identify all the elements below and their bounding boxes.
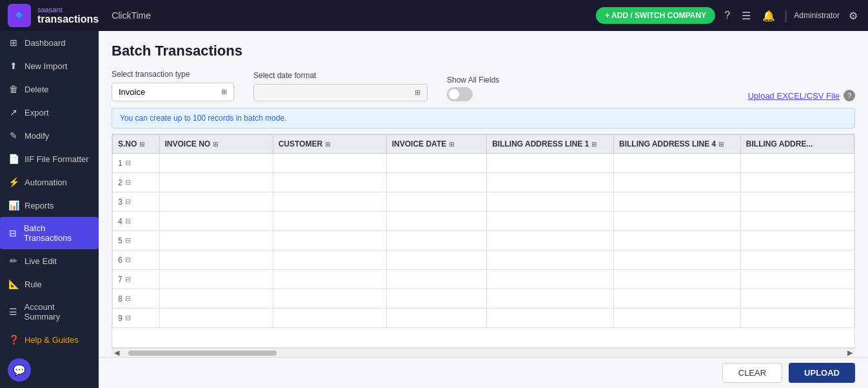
table-cell[interactable] <box>159 154 273 173</box>
table-cell[interactable] <box>487 173 614 192</box>
sidebar-item-dashboard[interactable]: ⊞ Dashboard <box>0 31 99 54</box>
transaction-type-select[interactable]: Invoice ⊞ <box>112 83 234 101</box>
sort-invoice-date-icon[interactable]: ⊞ <box>449 141 454 148</box>
sidebar-item-new-import[interactable]: ⬆ New Import <box>0 54 99 77</box>
sidebar-item-rule[interactable]: 📐 Rule <box>0 272 99 296</box>
row-menu-icon[interactable]: ⊟ <box>125 236 131 245</box>
table-cell[interactable] <box>740 231 854 250</box>
table-cell[interactable] <box>386 154 486 173</box>
sort-sno-icon[interactable]: ⊞ <box>139 141 144 148</box>
sidebar-item-help[interactable]: ❓ Help & Guides <box>0 328 99 351</box>
sidebar-item-export[interactable]: ↗ Export <box>0 101 99 124</box>
sort-customer-icon[interactable]: ⊞ <box>325 141 330 148</box>
clear-button[interactable]: CLEAR <box>722 363 782 383</box>
table-cell[interactable] <box>740 250 854 270</box>
table-cell[interactable] <box>740 289 854 309</box>
table-cell[interactable] <box>159 250 273 270</box>
table-cell[interactable] <box>273 154 386 173</box>
table-cell[interactable] <box>386 212 486 231</box>
table-cell[interactable] <box>614 309 741 328</box>
table-cell[interactable] <box>487 250 614 270</box>
sidebar-item-delete[interactable]: 🗑 Delete <box>0 77 99 101</box>
table-cell[interactable] <box>740 270 854 289</box>
scroll-left-arrow[interactable]: ◀ <box>112 349 122 357</box>
table-cell[interactable] <box>273 289 386 309</box>
sidebar-item-reports[interactable]: 📊 Reports <box>0 194 99 217</box>
table-cell[interactable] <box>614 192 741 212</box>
row-menu-icon[interactable]: ⊟ <box>125 275 131 283</box>
table-cell[interactable] <box>386 192 486 212</box>
table-cell[interactable] <box>487 154 614 173</box>
table-cell[interactable] <box>386 250 486 270</box>
table-cell[interactable] <box>159 212 273 231</box>
table-cell[interactable] <box>159 192 273 212</box>
add-switch-company-button[interactable]: + ADD / SWITCH COMPANY <box>596 7 715 24</box>
table-cell[interactable] <box>386 270 486 289</box>
date-format-select[interactable]: ⊞ <box>253 84 428 101</box>
bell-icon[interactable]: 🔔 <box>760 7 778 25</box>
sidebar-item-iif-formatter[interactable]: 📄 IIF File Formatter <box>0 147 99 170</box>
row-menu-icon[interactable]: ⊟ <box>125 256 131 264</box>
table-wrapper[interactable]: S.NO ⊞ INVOICE NO ⊞ <box>112 134 855 348</box>
table-cell[interactable] <box>740 173 854 192</box>
table-cell[interactable] <box>614 250 741 270</box>
sidebar-item-batch-transactions[interactable]: ⊟ Batch Transactions <box>0 217 99 249</box>
table-cell[interactable] <box>614 289 741 309</box>
table-cell[interactable] <box>273 192 386 212</box>
table-cell[interactable] <box>487 212 614 231</box>
table-cell[interactable] <box>487 309 614 328</box>
row-menu-icon[interactable]: ⊟ <box>125 159 131 167</box>
row-menu-icon[interactable]: ⊟ <box>125 294 131 303</box>
table-cell[interactable] <box>487 289 614 309</box>
table-cell[interactable] <box>614 270 741 289</box>
upload-excel-link[interactable]: Upload EXCEL/CSV File <box>748 91 840 101</box>
table-cell[interactable] <box>159 231 273 250</box>
table-cell[interactable] <box>487 270 614 289</box>
document-icon[interactable]: ☰ <box>739 7 753 25</box>
table-cell[interactable] <box>386 289 486 309</box>
table-cell[interactable] <box>740 309 854 328</box>
table-cell[interactable] <box>159 173 273 192</box>
sort-billing-1-icon[interactable]: ⊞ <box>591 141 597 148</box>
sidebar-item-modify[interactable]: ✎ Modify <box>0 124 99 147</box>
table-cell[interactable] <box>740 192 854 212</box>
sidebar-item-automation[interactable]: ⚡ Automation <box>0 170 99 194</box>
table-cell[interactable] <box>273 250 386 270</box>
row-menu-icon[interactable]: ⊟ <box>125 198 131 206</box>
table-cell[interactable] <box>487 231 614 250</box>
show-all-fields-toggle[interactable] <box>447 87 473 101</box>
table-cell[interactable] <box>273 270 386 289</box>
table-cell[interactable] <box>159 289 273 309</box>
table-cell[interactable] <box>273 231 386 250</box>
table-cell[interactable] <box>159 309 273 328</box>
row-menu-icon[interactable]: ⊟ <box>125 217 131 225</box>
chat-bubble[interactable]: 💬 <box>8 358 31 382</box>
table-cell[interactable] <box>159 270 273 289</box>
gear-icon[interactable]: ⚙ <box>846 7 860 25</box>
scroll-right-arrow[interactable]: ▶ <box>845 349 855 357</box>
table-cell[interactable] <box>386 173 486 192</box>
row-menu-icon[interactable]: ⊟ <box>125 314 131 322</box>
scrollbar-thumb[interactable] <box>128 351 277 356</box>
upload-help-icon[interactable]: ? <box>843 90 855 101</box>
table-cell[interactable] <box>614 154 741 173</box>
table-cell[interactable] <box>273 212 386 231</box>
sidebar-item-account-summary[interactable]: ☰ Account Summary <box>0 296 99 328</box>
table-cell[interactable] <box>273 309 386 328</box>
help-icon[interactable]: ? <box>722 7 733 24</box>
row-menu-icon[interactable]: ⊟ <box>125 178 131 187</box>
table-cell[interactable] <box>740 154 854 173</box>
sort-invoice-icon[interactable]: ⊞ <box>213 141 218 148</box>
table-cell[interactable] <box>740 212 854 231</box>
table-cell[interactable] <box>614 173 741 192</box>
table-cell[interactable] <box>386 231 486 250</box>
sidebar-item-live-edit[interactable]: ✏ Live Edit <box>0 249 99 272</box>
table-cell[interactable] <box>614 212 741 231</box>
table-cell[interactable] <box>614 231 741 250</box>
table-cell[interactable] <box>487 192 614 212</box>
sort-billing-4-icon[interactable]: ⊞ <box>718 141 724 148</box>
table-cell[interactable] <box>273 173 386 192</box>
table-cell[interactable] <box>386 309 486 328</box>
upload-button[interactable]: UPLOAD <box>789 363 855 383</box>
table-scrollbar[interactable]: ◀ ▶ <box>112 348 855 357</box>
